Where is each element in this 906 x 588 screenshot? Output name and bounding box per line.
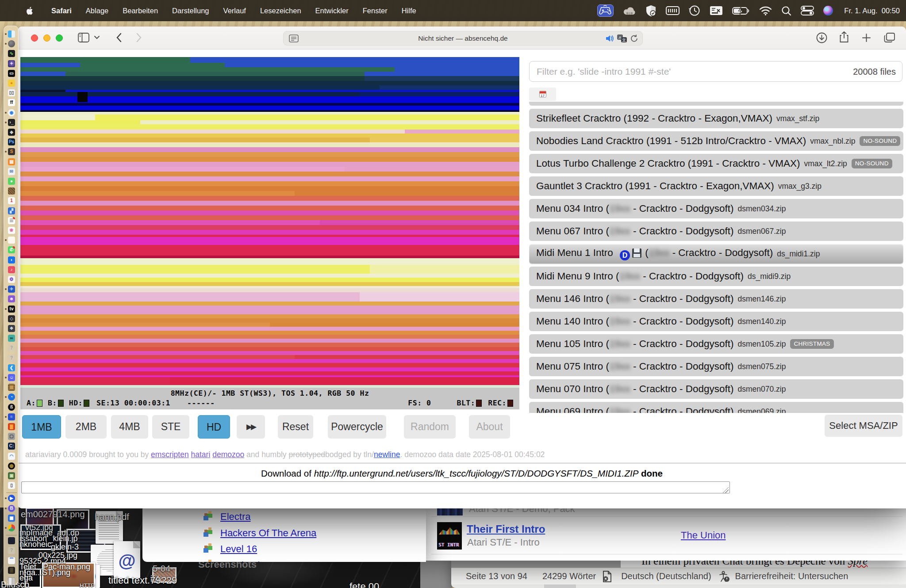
- emulator-button-about[interactable]: About: [469, 415, 510, 439]
- file-row[interactable]: Menu 034 Intro (19xx - Cracktro - Dodgys…: [529, 199, 903, 218]
- menu-item-verlauf[interactable]: Verlauf: [216, 7, 253, 15]
- dock-icon-terminal[interactable]: ›_: [8, 119, 15, 126]
- dock-icon-cyberduck[interactable]: ●: [8, 80, 15, 87]
- dock-icon-inkscape[interactable]: ◆: [8, 129, 15, 136]
- desktop-file-label[interactable]: gklein-3: [51, 542, 79, 552]
- file-row[interactable]: Lotus Turbo Challenge 2 Cracktro (1991 -…: [529, 154, 903, 173]
- dock-icon-nebula[interactable]: ✦: [8, 60, 15, 67]
- dock-icon-finder[interactable]: [8, 31, 15, 38]
- group-link-level-16[interactable]: Level 16: [220, 543, 257, 555]
- menu-item-ablage[interactable]: Ablage: [79, 7, 115, 15]
- dock-icon-blue-game[interactable]: ≡: [8, 413, 15, 420]
- dock-icon-eszett[interactable]: ß: [8, 404, 15, 411]
- sidebar-toggle-icon[interactable]: [78, 33, 89, 42]
- emulator-button-random[interactable]: Random: [404, 415, 456, 439]
- audio-playing-icon[interactable]: [605, 34, 614, 42]
- dock-icon-display[interactable]: ▭: [8, 70, 15, 77]
- word-language[interactable]: Deutsch (Deutschland): [621, 571, 711, 581]
- dock-icon-blue-circle[interactable]: ◔: [8, 393, 15, 401]
- newline-link[interactable]: newline: [374, 450, 400, 459]
- group-link-hackers-of-the-arena[interactable]: Hackers Of The Arena: [220, 527, 316, 539]
- emulator-canvas[interactable]: 8MHz(CE)/- 1MB ST(WS3), TOS 1.04, RGB 50…: [20, 57, 519, 409]
- dock-trash-icon[interactable]: [8, 577, 15, 585]
- siri-icon[interactable]: [823, 6, 833, 15]
- spotlight-icon[interactable]: [781, 6, 791, 16]
- dock-icon-notes[interactable]: [8, 237, 15, 244]
- dock-icon-iphone[interactable]: ▯: [8, 482, 15, 489]
- emscripten-link[interactable]: emscripten: [151, 450, 189, 459]
- dock-icon-play-blue[interactable]: ▶: [8, 495, 15, 502]
- menu-item-bearbeiten[interactable]: Bearbeiten: [115, 7, 165, 15]
- back-button[interactable]: [116, 33, 122, 42]
- dock-icon-bee[interactable]: B: [8, 505, 15, 512]
- sidebar-chevron-icon[interactable]: [94, 35, 100, 40]
- menu-item-hilfe[interactable]: Hilfe: [395, 7, 423, 15]
- new-tab-icon[interactable]: [862, 33, 871, 42]
- emulator-button-powercycle[interactable]: Powercycle: [328, 415, 386, 439]
- dock-icon-messages[interactable]: ●: [8, 178, 15, 185]
- dock-icon-mail[interactable]: ✉: [8, 168, 15, 175]
- dock-icon-photos[interactable]: ❀: [8, 227, 15, 234]
- file-row-partial[interactable]: [529, 102, 903, 106]
- time-machine-icon[interactable]: [689, 5, 700, 16]
- dock-icon-fontforge[interactable]: ff: [8, 99, 15, 106]
- emulator-button-4mb[interactable]: 4MB: [111, 415, 148, 439]
- dock-icon-activity[interactable]: ∿: [8, 50, 15, 57]
- dock-icon-retro-tv[interactable]: ▢: [8, 433, 15, 440]
- dock-icon-book[interactable]: ▤: [8, 158, 15, 165]
- word-proofing-icon[interactable]: [602, 571, 612, 582]
- dock-icon-reminders[interactable]: ☰: [8, 217, 15, 224]
- download-log-textarea[interactable]: [21, 481, 730, 493]
- menu-item-safari[interactable]: Safari: [44, 7, 79, 15]
- desktop-file-label[interactable]: hann.pdf: [95, 512, 129, 522]
- dock-icon-ghost1[interactable]: ?: [8, 344, 15, 351]
- forward-button[interactable]: [136, 33, 142, 42]
- menu-item-darstellung[interactable]: Darstellung: [165, 7, 216, 15]
- dock-icon-pixel-brown[interactable]: ▦: [8, 384, 15, 391]
- downloads-icon[interactable]: [816, 32, 827, 43]
- result-thumbnail-partial[interactable]: [437, 508, 463, 515]
- dock-icon-sublime[interactable]: S: [8, 148, 15, 155]
- emulator-button-ste[interactable]: STE: [152, 415, 189, 439]
- safari-titlebar[interactable]: Nicht sicher — absencehq.de A文: [18, 27, 906, 50]
- translate-icon[interactable]: A文: [617, 34, 627, 43]
- file-row[interactable]: Midi Menu 9 Intro (19xx - Cracktro - Dod…: [529, 267, 903, 286]
- dock-icon-unity[interactable]: ◇: [8, 315, 15, 322]
- their-first-intro-link[interactable]: Their First Intro: [467, 523, 545, 535]
- word-accessibility-icon[interactable]: [718, 571, 730, 582]
- dock-icon-gray-sphere[interactable]: [8, 40, 15, 47]
- desktop-file-label[interactable]: 5-04-: [153, 564, 173, 574]
- dock-icon-obs[interactable]: ∞: [8, 335, 15, 342]
- dock-icon-green-phone[interactable]: ✆: [8, 246, 15, 253]
- file-row[interactable]: Gauntlet 3 Cracktro (1991 - Cracktro - E…: [529, 176, 903, 196]
- sort-by-date-button[interactable]: [529, 88, 556, 101]
- file-row[interactable]: Menu 146 Intro (19xx - Cracktro - Dodgys…: [529, 289, 903, 309]
- file-row[interactable]: Strikefleet Cracktro (1992 - Cracktro - …: [529, 109, 903, 128]
- desktop-file-label[interactable]: fete 00: [349, 581, 379, 588]
- dock-icon-safari[interactable]: ◉: [8, 109, 15, 116]
- file-row[interactable]: Menu 140 Intro (19xx - Cracktro - Dodgys…: [529, 312, 903, 331]
- dock-icon-pixel-blue[interactable]: ▦: [8, 515, 15, 522]
- file-row[interactable]: Menu 075 Intro (19xx - Cracktro - Dodgys…: [529, 357, 903, 376]
- game-controller-icon[interactable]: [597, 4, 614, 17]
- battery-charging-icon[interactable]: [732, 6, 750, 15]
- dock-icon-blue-app[interactable]: ◗: [8, 256, 15, 263]
- desktop-webloc-icon[interactable]: @: [114, 541, 140, 578]
- word-word-count[interactable]: 24299 Wörter: [542, 571, 596, 581]
- demozoo-icon[interactable]: D: [620, 250, 630, 260]
- dock-icon-slots[interactable]: ▯▯: [8, 89, 15, 96]
- dock-icon-blue-dark[interactable]: ✈: [8, 286, 15, 293]
- dock-icon-ghost2[interactable]: ?: [8, 355, 15, 362]
- file-row[interactable]: Midi Menu 1 Intro D (19xx - Cracktro - D…: [529, 244, 903, 263]
- file-row[interactable]: Menu 069 Intro (19xx - Cracktro - Dodgys…: [529, 402, 903, 413]
- emulator-button-2mb[interactable]: 2MB: [65, 415, 107, 439]
- their-first-intro-thumbnail[interactable]: ST INTR: [437, 522, 462, 550]
- emulator-button-reset[interactable]: Reset: [278, 415, 313, 439]
- dock-icon-person-purple[interactable]: ☻: [8, 295, 15, 302]
- tab-overview-icon[interactable]: [884, 32, 895, 43]
- the-union-link[interactable]: The Union: [681, 530, 726, 541]
- dock-icon-min-window2[interactable]: ▔: [8, 557, 15, 564]
- dock-icon-apple-tv[interactable]: tv: [8, 305, 15, 313]
- select-msa-zip-button[interactable]: Select MSA/ZIP: [825, 415, 902, 437]
- menu-bar-clock[interactable]: Fr. 1. Aug. 00:50: [842, 7, 900, 15]
